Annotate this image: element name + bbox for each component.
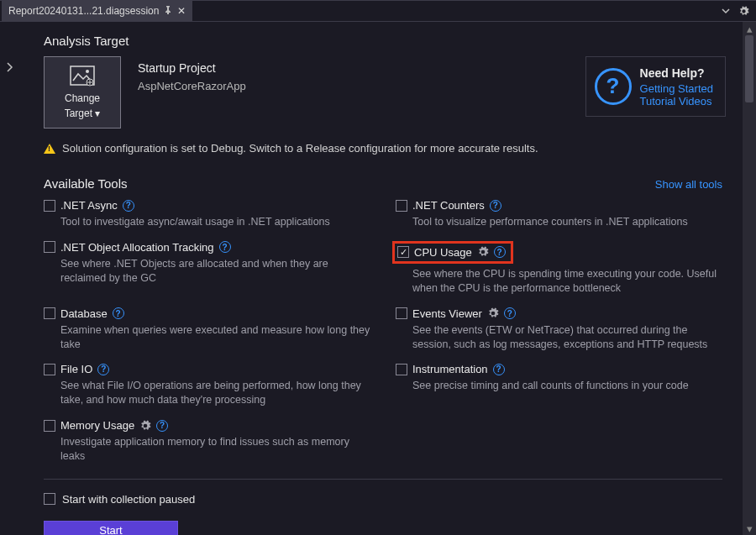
tool-cpu-usage: CPU Usage ? See where the CPU is spendin… bbox=[396, 241, 722, 296]
scroll-up-icon[interactable]: ▴ bbox=[743, 22, 756, 35]
project-title: Startup Project bbox=[138, 61, 246, 75]
tool-desc-net-obj-alloc: See where .NET Objects are allocated and… bbox=[44, 257, 370, 286]
tool-name-database: Database bbox=[60, 307, 108, 320]
target-picture-icon bbox=[70, 66, 95, 87]
help-title: Need Help? bbox=[640, 66, 713, 82]
checkbox-events-viewer[interactable] bbox=[396, 307, 407, 319]
available-tools-header: Available Tools bbox=[44, 176, 128, 191]
pin-icon[interactable] bbox=[164, 6, 172, 16]
tool-desc-database: Examine when queries were executed and m… bbox=[44, 323, 370, 352]
expand-chevron-icon[interactable] bbox=[5, 62, 13, 75]
tool-desc-file-io: See what File I/O operations are being p… bbox=[44, 379, 370, 407]
info-icon[interactable]: ? bbox=[113, 307, 124, 319]
tabbar-right bbox=[722, 6, 756, 17]
tool-net-async: .NET Async ? Tool to investigate async/a… bbox=[44, 199, 370, 229]
paused-row: Start with collection paused bbox=[44, 493, 722, 506]
config-warning: Solution configuration is set to Debug. … bbox=[44, 142, 722, 155]
gear-icon[interactable] bbox=[487, 307, 499, 319]
info-icon[interactable]: ? bbox=[156, 420, 168, 432]
dropdown-chevron-icon[interactable] bbox=[722, 7, 730, 15]
checkbox-net-async[interactable] bbox=[44, 200, 55, 212]
tool-memory-usage: Memory Usage ? Investigate application m… bbox=[44, 419, 370, 464]
start-button[interactable]: Start bbox=[44, 521, 178, 535]
info-icon[interactable]: ? bbox=[219, 241, 231, 253]
checkbox-instrumentation[interactable] bbox=[396, 364, 407, 375]
show-all-tools-link[interactable]: Show all tools bbox=[655, 178, 722, 191]
checkbox-net-obj-alloc[interactable] bbox=[44, 241, 55, 253]
tool-instrumentation: Instrumentation ? See precise timing and… bbox=[396, 363, 722, 407]
change-target-label1: Change bbox=[65, 92, 100, 104]
warning-text: Solution configuration is set to Debug. … bbox=[62, 142, 538, 155]
tool-name-net-counters: .NET Counters bbox=[412, 199, 485, 212]
bottom-area: Start with collection paused Start bbox=[44, 493, 722, 535]
scroll-down-icon[interactable]: ▾ bbox=[743, 522, 756, 535]
info-icon[interactable]: ? bbox=[504, 307, 516, 319]
tab-bar: Report20240131...21.diagsession ✕ bbox=[0, 0, 756, 22]
tool-name-file-io: File IO bbox=[60, 363, 92, 375]
content-area: Analysis Target Change Target ▾ Startup … bbox=[0, 22, 743, 535]
tool-name-memory-usage: Memory Usage bbox=[60, 419, 134, 432]
tools-header-row: Available Tools Show all tools bbox=[44, 176, 722, 191]
project-name: AspNetCoreRazorApp bbox=[138, 80, 246, 92]
gear-icon[interactable] bbox=[477, 246, 489, 258]
divider bbox=[44, 479, 722, 480]
info-icon[interactable]: ? bbox=[494, 246, 506, 258]
tool-name-net-async: .NET Async bbox=[60, 199, 118, 212]
analysis-target-header: Analysis Target bbox=[44, 34, 743, 48]
checkbox-file-io[interactable] bbox=[44, 364, 55, 375]
tools-grid: .NET Async ? Tool to investigate async/a… bbox=[44, 199, 722, 464]
checkbox-cpu-usage[interactable] bbox=[397, 246, 409, 258]
tool-name-events-viewer: Events Viewer bbox=[412, 307, 482, 320]
scrollbar[interactable]: ▴ ▾ bbox=[743, 22, 756, 535]
close-icon[interactable]: ✕ bbox=[177, 5, 186, 17]
tool-desc-events-viewer: See the events (ETW or NetTrace) that oc… bbox=[396, 323, 722, 352]
tool-name-net-obj-alloc: .NET Object Allocation Tracking bbox=[60, 241, 214, 254]
checkbox-net-counters[interactable] bbox=[396, 200, 407, 212]
target-text: Startup Project AspNetCoreRazorApp bbox=[138, 56, 246, 92]
help-link-getting-started[interactable]: Getting Started bbox=[640, 82, 713, 95]
tool-desc-net-counters: Tool to visualize performance counters i… bbox=[396, 215, 722, 229]
tool-events-viewer: Events Viewer ? See the events (ETW or N… bbox=[396, 307, 722, 352]
tool-desc-instrumentation: See precise timing and call counts of fu… bbox=[396, 379, 722, 393]
target-row: Change Target ▾ Startup Project AspNetCo… bbox=[44, 56, 743, 129]
help-links: Need Help? Getting Started Tutorial Vide… bbox=[640, 66, 713, 108]
tab-diagsession[interactable]: Report20240131...21.diagsession ✕ bbox=[2, 1, 192, 21]
warning-icon bbox=[44, 144, 55, 154]
svg-point-1 bbox=[86, 70, 89, 73]
gear-icon[interactable] bbox=[139, 420, 151, 432]
gear-icon[interactable] bbox=[738, 6, 749, 17]
help-icon: ? bbox=[595, 68, 632, 105]
info-icon[interactable]: ? bbox=[123, 200, 134, 212]
start-paused-label: Start with collection paused bbox=[62, 493, 195, 506]
start-button-label: Start bbox=[99, 524, 122, 535]
info-icon[interactable]: ? bbox=[493, 364, 505, 375]
help-link-tutorial-videos[interactable]: Tutorial Videos bbox=[640, 95, 713, 108]
tool-name-instrumentation: Instrumentation bbox=[412, 363, 488, 375]
tab-title: Report20240131...21.diagsession bbox=[8, 5, 159, 17]
tool-name-cpu-usage: CPU Usage bbox=[414, 246, 472, 259]
checkbox-database[interactable] bbox=[44, 307, 55, 319]
change-target-button[interactable]: Change Target ▾ bbox=[44, 56, 121, 129]
tool-desc-cpu-usage: See where the CPU is spending time execu… bbox=[396, 267, 722, 296]
scroll-thumb[interactable] bbox=[745, 35, 753, 102]
tool-desc-net-async: Tool to investigate async/await usage in… bbox=[44, 215, 370, 229]
info-icon[interactable]: ? bbox=[490, 200, 501, 212]
checkbox-memory-usage[interactable] bbox=[44, 420, 55, 432]
tool-net-counters: .NET Counters ? Tool to visualize perfor… bbox=[396, 199, 722, 229]
chevron-down-icon: ▾ bbox=[95, 108, 100, 119]
tool-database: Database ? Examine when queries were exe… bbox=[44, 307, 370, 352]
checkbox-start-paused[interactable] bbox=[44, 493, 55, 505]
info-icon[interactable]: ? bbox=[97, 364, 109, 375]
tool-desc-memory-usage: Investigate application memory to find i… bbox=[44, 435, 370, 464]
change-target-label2: Target bbox=[65, 108, 92, 119]
help-box: ? Need Help? Getting Started Tutorial Vi… bbox=[585, 56, 726, 117]
tool-file-io: File IO ? See what File I/O operations a… bbox=[44, 363, 370, 407]
tool-net-obj-alloc: .NET Object Allocation Tracking ? See wh… bbox=[44, 241, 370, 296]
